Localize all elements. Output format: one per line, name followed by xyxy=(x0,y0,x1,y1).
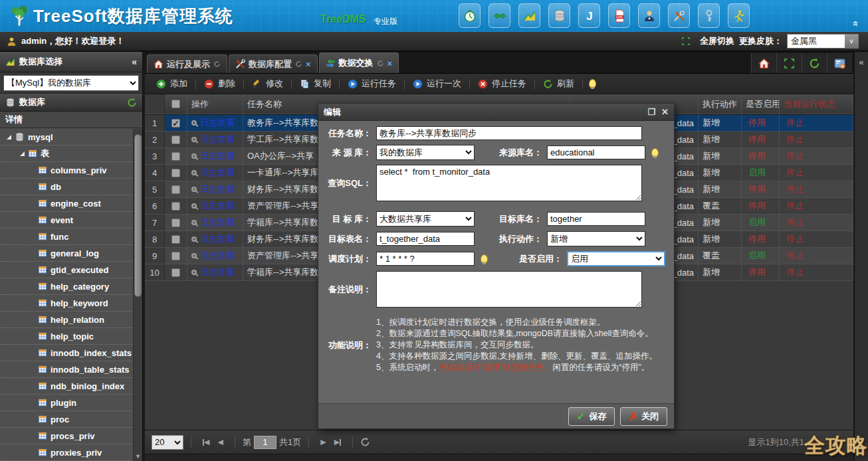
task-name-input[interactable] xyxy=(376,126,642,140)
tab-refresh-icon[interactable] xyxy=(377,60,384,67)
expander-icon[interactable] xyxy=(7,135,11,139)
tab-数据库配置[interactable]: 数据库配置 × xyxy=(229,54,318,73)
page-number-input[interactable] xyxy=(254,436,276,449)
database-icon[interactable] xyxy=(548,3,570,28)
tree-table-item[interactable]: innodb_table_stats xyxy=(0,361,133,378)
run-task-button[interactable]: 运行任务 xyxy=(346,78,398,90)
tab-refresh-icon[interactable] xyxy=(213,60,221,68)
tree-table-item[interactable]: help_category xyxy=(0,278,133,295)
refresh-button[interactable]: 刷新 xyxy=(541,78,576,90)
delete-button[interactable]: 删除 xyxy=(202,78,237,90)
chart-icon[interactable] xyxy=(518,3,540,28)
exec-action-select[interactable]: 新增 xyxy=(547,231,645,246)
tree-table-item[interactable]: help_relation xyxy=(0,312,133,328)
tab-close-icon[interactable]: × xyxy=(387,59,393,68)
tree-table-item[interactable]: help_topic xyxy=(0,328,133,345)
last-page-button[interactable]: ▶ xyxy=(330,438,345,446)
remark-textarea[interactable] xyxy=(376,271,642,308)
source-db-name-input[interactable] xyxy=(547,145,645,159)
row-checkbox[interactable] xyxy=(171,152,180,161)
page-size-select[interactable]: 20 xyxy=(152,435,183,450)
tree-refresh-icon[interactable] xyxy=(127,98,137,108)
tree-table-item[interactable]: gtid_executed xyxy=(0,262,133,278)
row-checkbox[interactable] xyxy=(171,202,180,211)
stop-task-button[interactable]: 停止任务 xyxy=(476,78,528,90)
tree-table-item[interactable]: proxies_priv xyxy=(0,444,133,461)
log-view-link[interactable]: 日志查看 xyxy=(200,250,235,262)
fullscreen-toggle[interactable]: 全屏切换 xyxy=(700,35,734,47)
tree-table-item[interactable]: db xyxy=(0,179,133,195)
tab-数据交换[interactable]: 数据交换 × xyxy=(319,52,399,73)
enabled-select[interactable]: 启用 xyxy=(567,251,665,266)
select-all-checkbox[interactable] xyxy=(171,100,180,108)
session-icon[interactable] xyxy=(728,3,750,28)
tree-table-item[interactable]: func xyxy=(0,229,133,245)
copy-button[interactable]: 复制 xyxy=(298,78,333,90)
database-select[interactable]: 【MySql】我的数据库 xyxy=(3,75,139,91)
log-view-link[interactable]: 日志查看 xyxy=(200,217,235,229)
tab-close-icon[interactable]: × xyxy=(306,60,311,68)
hint-bulb-icon[interactable] xyxy=(651,148,659,157)
row-checkbox[interactable] xyxy=(171,268,180,277)
collapse-banner-icon[interactable]: « xyxy=(851,21,861,26)
tree-table-item[interactable]: general_log xyxy=(0,245,133,262)
row-checkbox[interactable] xyxy=(171,185,180,194)
row-checkbox[interactable] xyxy=(171,252,180,260)
tree-table-item[interactable]: plugin xyxy=(0,395,133,411)
schedule-hint-bulb-icon[interactable] xyxy=(481,254,488,264)
run-once-button[interactable]: 运行一次 xyxy=(411,78,463,90)
scrollbar-thumb[interactable] xyxy=(134,134,142,297)
sync-arrows-icon[interactable] xyxy=(488,3,510,28)
maximize-icon[interactable]: ❒ xyxy=(647,108,655,116)
log-view-link[interactable]: 日志查看 xyxy=(200,233,235,245)
dialog-close-icon[interactable]: ✕ xyxy=(661,108,669,116)
fullscreen-icon[interactable] xyxy=(681,37,691,46)
first-page-button[interactable]: ◀ xyxy=(199,438,213,446)
log-view-link[interactable]: 日志查看 xyxy=(200,167,235,179)
tree-table-item[interactable]: ndb_binlog_index xyxy=(0,378,133,395)
edit-button[interactable]: 修改 xyxy=(250,78,285,90)
row-checkbox[interactable] xyxy=(171,235,180,244)
tree-node-mysql[interactable]: mysql xyxy=(0,129,133,145)
log-view-link[interactable]: 日志查看 xyxy=(200,150,235,162)
tree-table-item[interactable]: proc xyxy=(0,411,133,428)
scrollbar-down-icon[interactable]: ▼ xyxy=(134,453,142,460)
tab-运行及展示[interactable]: 运行及展示 xyxy=(147,54,227,73)
source-db-select[interactable]: 我的数据库 xyxy=(376,145,475,160)
log-view-link[interactable]: 日志查看 xyxy=(200,134,235,145)
expander-icon[interactable] xyxy=(20,151,25,156)
collapse-sidebar-icon[interactable]: « xyxy=(132,56,137,67)
toolbar-hint-bulb-icon[interactable] xyxy=(589,79,596,88)
log-view-link[interactable]: 日志查看 xyxy=(200,200,235,212)
query-sql-textarea[interactable]: select * from t_monitor_data xyxy=(376,165,642,201)
sidebar-scrollbar[interactable]: ▼ xyxy=(133,129,142,461)
log-view-link[interactable]: 日志查看 xyxy=(200,117,235,129)
add-button[interactable]: 添加 xyxy=(154,78,189,90)
close-all-tabs-button[interactable] xyxy=(827,53,852,73)
user-admin-icon[interactable] xyxy=(638,3,660,28)
close-button[interactable]: ✗ 关闭 xyxy=(620,407,667,426)
save-button[interactable]: ✓ 保存 xyxy=(568,407,615,426)
row-checkbox[interactable] xyxy=(171,219,180,227)
target-db-select[interactable]: 大数据共享库 xyxy=(376,211,475,227)
east-collapse-strip[interactable]: « xyxy=(853,52,868,461)
timer-icon[interactable] xyxy=(459,3,481,28)
tree-table-item[interactable]: procs_priv xyxy=(0,428,133,444)
target-db-name-input[interactable] xyxy=(547,212,645,226)
refresh-tabs-button[interactable] xyxy=(802,53,827,73)
log-view-link[interactable]: 日志查看 xyxy=(200,183,235,195)
next-page-button[interactable]: ▶ xyxy=(316,438,330,446)
dialog-titlebar[interactable]: 编辑 ❒ ✕ xyxy=(318,104,674,121)
log-file-icon[interactable]: LOG xyxy=(608,3,630,28)
row-checkbox[interactable] xyxy=(171,169,180,177)
tree-table-item[interactable]: engine_cost xyxy=(0,195,133,212)
skin-select[interactable]: 金属黑 ˅ xyxy=(787,34,859,48)
home-button[interactable] xyxy=(751,53,776,73)
row-checkbox[interactable] xyxy=(171,119,180,128)
expand-all-button[interactable] xyxy=(776,53,802,73)
prev-page-button[interactable]: ◀ xyxy=(213,438,227,446)
tab-refresh-icon[interactable] xyxy=(295,60,302,68)
schedule-input[interactable] xyxy=(376,252,475,266)
row-checkbox[interactable] xyxy=(171,136,180,144)
tree-table-item[interactable]: help_keyword xyxy=(0,295,133,312)
